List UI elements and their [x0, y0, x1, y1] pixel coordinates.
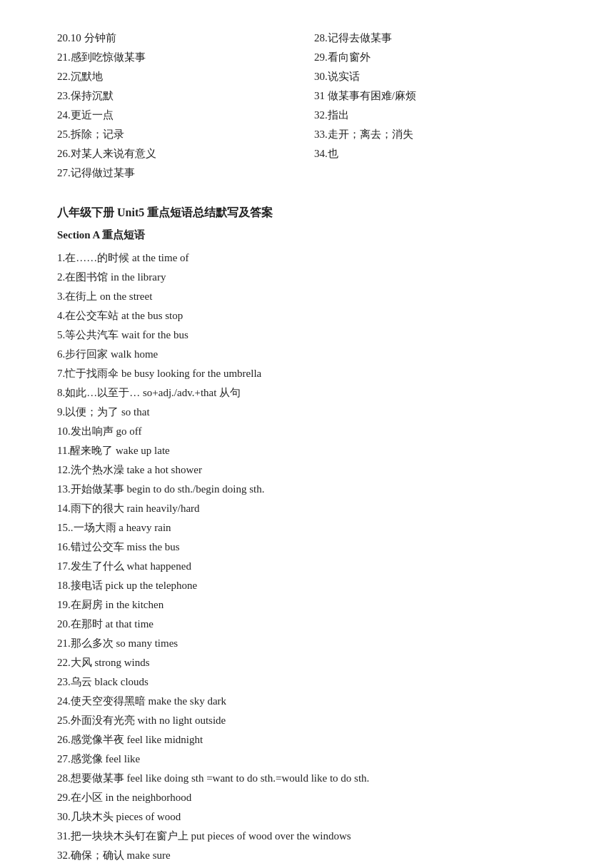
phrase-item-18: 19.在厨房 in the kitchen	[57, 595, 557, 615]
top-right-item-5: 33.走开；离去；消失	[314, 125, 557, 144]
phrase-item-29: 30.几块木头 pieces of wood	[57, 807, 557, 827]
top-right-item-1: 29.看向窗外	[314, 48, 557, 67]
phrase-item-17: 18.接电话 pick up the telephone	[57, 576, 557, 595]
phrase-item-31: 32.确保；确认 make sure	[57, 846, 557, 865]
phrase-item-13: 14.雨下的很大 rain heavily/hard	[57, 499, 557, 518]
phrase-item-8: 9.以便；为了 so that	[57, 403, 557, 422]
section-subtitle: Section A 重点短语	[57, 226, 557, 244]
phrase-item-24: 25.外面没有光亮 with no light outside	[57, 711, 557, 730]
phrase-item-19: 20.在那时 at that time	[57, 615, 557, 634]
top-right-item-0: 28.记得去做某事	[314, 29, 557, 48]
phrase-item-3: 4.在公交车站 at the bus stop	[57, 306, 557, 326]
top-left-item-3: 23.保持沉默	[57, 86, 300, 106]
section-title: 八年级下册 Unit5 重点短语总结默写及答案	[57, 203, 557, 223]
phrase-item-7: 8.如此…以至于… so+adj./adv.+that 从句	[57, 383, 557, 403]
phrase-item-27: 28.想要做某事 feel like doing sth =want to do…	[57, 769, 557, 788]
phrase-item-4: 5.等公共汽车 wait for the bus	[57, 326, 557, 345]
phrase-item-1: 2.在图书馆 in the library	[57, 268, 557, 287]
phrase-item-2: 3.在街上 on the street	[57, 287, 557, 306]
top-right-item-3: 31 做某事有困难/麻烦	[314, 86, 557, 106]
phrase-item-28: 29.在小区 in the neighborhood	[57, 788, 557, 807]
phrase-item-26: 27.感觉像 feel like	[57, 750, 557, 769]
top-left-item-2: 22.沉默地	[57, 67, 300, 86]
top-right-item-6: 34.也	[314, 144, 557, 163]
phrase-list: 1.在……的时候 at the time of2.在图书馆 in the lib…	[57, 248, 557, 868]
phrase-item-0: 1.在……的时候 at the time of	[57, 248, 557, 268]
phrase-item-21: 22.大风 strong winds	[57, 653, 557, 672]
phrase-item-9: 10.发出响声 go off	[57, 422, 557, 441]
phrase-item-25: 26.感觉像半夜 feel like midnight	[57, 730, 557, 750]
top-right-item-2: 30.说实话	[314, 67, 557, 86]
phrase-item-10: 11.醒来晚了 wake up late	[57, 441, 557, 460]
top-list-left: 20.10 分钟前21.感到吃惊做某事22.沉默地23.保持沉默24.更近一点2…	[57, 29, 300, 183]
top-list: 20.10 分钟前21.感到吃惊做某事22.沉默地23.保持沉默24.更近一点2…	[57, 29, 557, 183]
phrase-item-5: 6.步行回家 walk home	[57, 345, 557, 364]
phrase-item-23: 24.使天空变得黑暗 make the sky dark	[57, 692, 557, 711]
phrase-item-30: 31.把一块块木头钉在窗户上 put pieces of wood over t…	[57, 827, 557, 846]
phrase-item-12: 13.开始做某事 begin to do sth./begin doing st…	[57, 480, 557, 499]
top-left-item-7: 27.记得做过某事	[57, 163, 300, 183]
top-right-item-4: 32.指出	[314, 106, 557, 125]
phrase-item-20: 21.那么多次 so many times	[57, 634, 557, 653]
phrase-item-16: 17.发生了什么 what happened	[57, 557, 557, 576]
phrase-item-14: 15..一场大雨 a heavy rain	[57, 518, 557, 538]
top-left-item-6: 26.对某人来说有意义	[57, 144, 300, 163]
top-list-right: 28.记得去做某事29.看向窗外30.说实话31 做某事有困难/麻烦32.指出3…	[314, 29, 557, 183]
phrase-item-15: 16.错过公交车 miss the bus	[57, 538, 557, 557]
phrase-item-11: 12.洗个热水澡 take a hot shower	[57, 460, 557, 480]
top-left-item-0: 20.10 分钟前	[57, 29, 300, 48]
top-left-item-4: 24.更近一点	[57, 106, 300, 125]
top-left-item-5: 25.拆除；记录	[57, 125, 300, 144]
phrase-item-32: 33.猛烈地敲打窗户 beat heavily against the wind…	[57, 865, 557, 868]
top-left-item-1: 21.感到吃惊做某事	[57, 48, 300, 67]
phrase-item-22: 23.乌云 black clouds	[57, 672, 557, 692]
phrase-item-6: 7.忙于找雨伞 be busy looking for the umbrella	[57, 364, 557, 383]
